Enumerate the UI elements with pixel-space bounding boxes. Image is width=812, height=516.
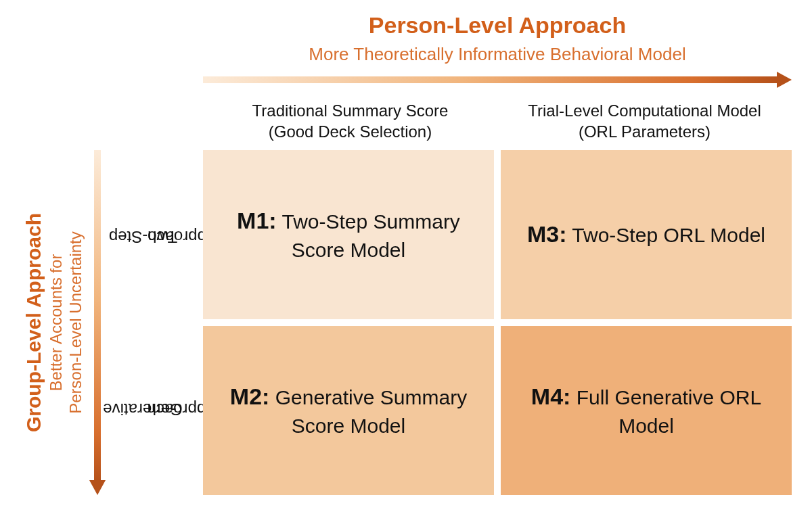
- horizontal-arrow-icon: [203, 74, 792, 85]
- group-level-subtitle: Better Accounts for Person-Level Uncerta…: [47, 154, 86, 492]
- col-header-trial-l2: (ORL Parameters): [579, 122, 710, 141]
- col-header-trial-level: Trial-Level Computational Model (ORL Par…: [497, 96, 792, 149]
- col-header-traditional-l2: (Good Deck Selection): [269, 122, 432, 141]
- person-level-header: Person-Level Approach More Theoretically…: [203, 12, 792, 65]
- col-header-trial-l1: Trial-Level Computational Model: [528, 101, 761, 120]
- horizontal-arrow-bar: [203, 76, 778, 83]
- vertical-arrow-bar: [94, 150, 101, 482]
- col-header-traditional: Traditional Summary Score (Good Deck Sel…: [203, 96, 497, 149]
- cell-m2: M2: Generative Summary Score Model: [203, 326, 494, 495]
- cell-m3-code: M3:: [527, 221, 567, 247]
- row-labels: Two-Step Approach Generative Approach: [122, 150, 203, 495]
- vertical-arrow-tip: [89, 480, 106, 495]
- cell-m4-text: Full Generative ORL Model: [570, 386, 761, 437]
- model-matrix: M1: Two-Step Summary Score Model M3: Two…: [203, 150, 792, 495]
- cell-m3: M3: Two-Step ORL Model: [501, 150, 792, 319]
- cell-m1-code: M1:: [237, 208, 277, 233]
- col-header-traditional-l1: Traditional Summary Score: [252, 101, 449, 120]
- group-level-subtitle-wrap: Better Accounts for Person-Level Uncerta…: [39, 150, 87, 495]
- cell-m3-text: Two-Step ORL Model: [567, 224, 765, 246]
- person-level-title: Person-Level Approach: [203, 12, 792, 39]
- cell-m4: M4: Full Generative ORL Model: [501, 326, 792, 495]
- cell-m2-code: M2:: [230, 383, 270, 409]
- group-level-sub-l2: Person-Level Uncertainty: [66, 231, 85, 413]
- person-level-subtitle: More Theoretically Informative Behaviora…: [203, 44, 792, 65]
- row-label-two-step: Two-Step Approach: [122, 150, 203, 323]
- column-headers: Traditional Summary Score (Good Deck Sel…: [203, 96, 792, 149]
- cell-m1: M1: Two-Step Summary Score Model: [203, 150, 494, 319]
- group-level-header: Group-Level Approach Better Accounts for…: [0, 150, 122, 495]
- cell-m2-text: Generative Summary Score Model: [269, 386, 467, 437]
- vertical-arrow-icon: [92, 150, 103, 495]
- row-label-generative: Generative Approach: [122, 323, 203, 495]
- cell-m4-code: M4:: [531, 383, 571, 409]
- group-level-sub-l1: Better Accounts for: [47, 254, 65, 392]
- horizontal-arrow-tip: [777, 72, 792, 88]
- cell-m1-text: Two-Step Summary Score Model: [277, 210, 460, 261]
